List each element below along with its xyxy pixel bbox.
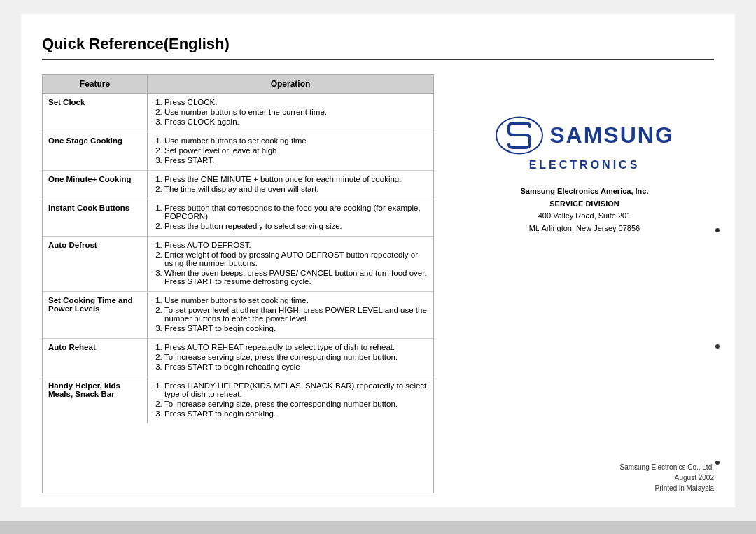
step-item: To set power level at other than HIGH, p… <box>164 306 428 323</box>
samsung-s-icon <box>495 116 544 155</box>
step-item: Press the button repeatedly to select se… <box>164 222 428 230</box>
cell-operation-1: Use number buttons to set cooking time.S… <box>148 132 433 170</box>
table-header: Feature Operation <box>43 75 433 94</box>
step-item: Press START to begin cooking. <box>164 409 428 418</box>
step-item: Use number buttons to set cooking time. <box>164 136 428 145</box>
step-item: To increase serving size, press the corr… <box>164 353 428 361</box>
electronics-text: ELECTRONICS <box>529 159 640 171</box>
bullet-dot-3 <box>715 461 720 465</box>
table-row: Handy Helper, kids Meals, Snack BarPress… <box>43 377 433 423</box>
footer-line3: Printed in Malaysia <box>620 483 714 493</box>
step-item: Press CLOCK. <box>164 98 428 106</box>
cell-feature-5: Set Cooking Time and Power Levels <box>43 292 148 338</box>
header-feature: Feature <box>43 75 148 93</box>
table-row: One Stage CookingUse number buttons to s… <box>43 132 433 171</box>
cell-feature-3: Instant Cook Buttons <box>43 199 148 236</box>
bullet-dot-1 <box>715 228 720 232</box>
step-item: Press CLOCK again. <box>164 118 428 126</box>
header-operation: Operation <box>148 75 433 93</box>
cell-feature-2: One Minute+ Cooking <box>43 171 148 199</box>
cell-feature-6: Auto Reheat <box>43 339 148 377</box>
step-item: Press AUTO DEFROST. <box>164 241 428 249</box>
service-division: SERVICE DIVISION <box>521 198 649 211</box>
cell-feature-7: Handy Helper, kids Meals, Snack Bar <box>43 377 148 423</box>
cell-feature-0: Set Clock <box>43 94 148 132</box>
cell-operation-3: Press button that corresponds to the foo… <box>148 199 433 236</box>
cell-operation-0: Press CLOCK.Use number buttons to enter … <box>148 94 433 132</box>
right-panel: SAMSUNG ELECTRONICS Samsung Electronics … <box>455 74 714 493</box>
table-row: Auto ReheatPress AUTO REHEAT repeatedly … <box>43 339 433 377</box>
city-address: Mt. Arlington, New Jersey 07856 <box>521 223 649 235</box>
step-item: Use number buttons to enter the current … <box>164 108 428 116</box>
table-row: Set ClockPress CLOCK.Use number buttons … <box>43 94 433 132</box>
step-item: When the oven beeps, press PAUSE/ CANCEL… <box>164 269 428 286</box>
step-item: Press HANDY HELPER(KIDS MELAS, SNACK BAR… <box>164 381 428 398</box>
footer-line2: August 2002 <box>620 472 714 483</box>
cell-operation-2: Press the ONE MINUTE + button once for e… <box>148 171 433 199</box>
step-item: Set power level or leave at high. <box>164 146 428 155</box>
cell-operation-4: Press AUTO DEFROST.Enter weight of food … <box>148 237 433 291</box>
samsung-logo: SAMSUNG <box>495 116 674 155</box>
table-row: Auto DefrostPress AUTO DEFROST.Enter wei… <box>43 237 433 292</box>
bullet-dot-2 <box>715 344 720 349</box>
reference-table: Feature Operation Set ClockPress CLOCK.U… <box>42 74 434 493</box>
street-address: 400 Valley Road, Suite 201 <box>521 210 649 223</box>
step-item: Press START to begin cooking. <box>164 324 428 332</box>
step-item: Press AUTO REHEAT repeatedly to select t… <box>164 343 428 351</box>
cell-operation-6: Press AUTO REHEAT repeatedly to select t… <box>148 339 433 377</box>
table-row: Set Cooking Time and Power LevelsUse num… <box>43 292 433 339</box>
footer-line1: Samsung Electronics Co., Ltd. <box>620 462 714 472</box>
step-item: Press button that corresponds to the foo… <box>164 204 428 220</box>
company-name: Samsung Electronics America, Inc. <box>521 185 649 198</box>
step-item: Press START. <box>164 156 428 164</box>
bottom-bar <box>0 521 756 534</box>
footer-text: Samsung Electronics Co., Ltd. August 200… <box>620 462 714 493</box>
cell-operation-7: Press HANDY HELPER(KIDS MELAS, SNACK BAR… <box>148 377 433 423</box>
table-row: Instant Cook ButtonsPress button that co… <box>43 199 433 237</box>
step-item: The time will display and the oven will … <box>164 185 428 193</box>
step-item: Use number buttons to set cooking time. <box>164 296 428 304</box>
step-item: To increase serving size, press the corr… <box>164 400 428 408</box>
cell-operation-5: Use number buttons to set cooking time.T… <box>148 292 433 338</box>
samsung-brand-text: SAMSUNG <box>550 122 674 148</box>
step-item: Enter weight of food by pressing AUTO DE… <box>164 251 428 267</box>
cell-feature-1: One Stage Cooking <box>43 132 148 170</box>
step-item: Press the ONE MINUTE + button once for e… <box>164 175 428 183</box>
address-area: Samsung Electronics America, Inc. SERVIC… <box>521 185 649 234</box>
page-title: Quick Reference(English) <box>42 35 714 60</box>
brand-area: SAMSUNG ELECTRONICS Samsung Electronics … <box>495 116 674 234</box>
cell-feature-4: Auto Defrost <box>43 237 148 291</box>
step-item: Press START to begin reheating cycle <box>164 363 428 371</box>
table-row: One Minute+ CookingPress the ONE MINUTE … <box>43 171 433 199</box>
